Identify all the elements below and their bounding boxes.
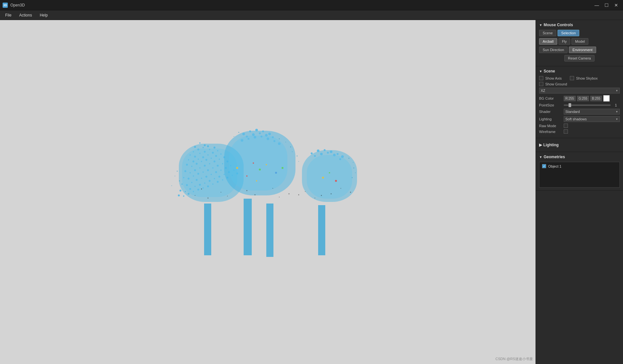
navigation-mode-row: Arcball Fly Model: [539, 38, 620, 45]
viewport[interactable]: CSDN @RS迷途小书童: [0, 20, 536, 364]
shader-row: Shader Standard ▼: [539, 109, 620, 115]
geometries-list: ✓ Object 1: [539, 162, 620, 188]
lighting-select[interactable]: Soft shadows ▼: [564, 116, 620, 122]
shader-value: Standard: [565, 110, 580, 114]
scene-label: Scene: [544, 69, 555, 73]
svg-point-95: [265, 134, 268, 137]
sun-direction-button[interactable]: Sun Direction: [539, 47, 568, 53]
svg-rect-120: [318, 205, 325, 255]
geometries-label: Geometries: [544, 155, 565, 159]
svg-point-154: [305, 191, 306, 192]
scene-button[interactable]: Scene: [539, 30, 556, 36]
wireframe-label: Wireframe: [539, 130, 562, 134]
svg-point-164: [315, 198, 315, 198]
svg-point-132: [298, 161, 299, 162]
svg-point-145: [256, 180, 257, 182]
svg-rect-117: [204, 204, 211, 255]
bg-g-value[interactable]: G:255: [577, 96, 589, 101]
lighting-value: Soft shadows: [565, 117, 587, 121]
lighting-row: Lighting Soft shadows ▼: [539, 116, 620, 122]
show-skybox-checkbox[interactable]: [570, 76, 574, 80]
svg-point-136: [355, 172, 356, 173]
bg-color-controls: R:255 G:255 B:255: [564, 95, 610, 102]
menu-help[interactable]: Help: [36, 12, 52, 19]
mouse-controls-label: Mouse Controls: [544, 23, 573, 27]
menu-actions[interactable]: Actions: [15, 12, 36, 19]
lighting-header[interactable]: ▶ Lighting: [539, 141, 620, 149]
svg-point-150: [221, 192, 221, 193]
svg-point-122: [175, 176, 175, 176]
svg-point-103: [278, 142, 281, 145]
reset-camera-button[interactable]: Reset Camera: [564, 55, 594, 61]
fly-button[interactable]: Fly: [559, 38, 571, 45]
svg-point-113: [320, 153, 323, 155]
arcball-button[interactable]: Arcball: [539, 38, 557, 45]
raw-mode-checkbox[interactable]: [564, 124, 568, 128]
svg-point-148: [335, 180, 337, 182]
svg-point-71: [183, 195, 184, 197]
svg-point-99: [254, 136, 256, 138]
svg-point-112: [314, 155, 316, 157]
svg-point-90: [262, 130, 264, 132]
menu-file[interactable]: File: [1, 12, 15, 19]
svg-point-128: [285, 142, 286, 142]
bg-b-value[interactable]: B:255: [590, 96, 602, 101]
pointsize-value: 1: [612, 103, 620, 107]
svg-point-109: [330, 150, 332, 153]
svg-point-152: [272, 188, 273, 189]
svg-rect-119: [266, 204, 273, 257]
pointsize-row: PointSize 1: [539, 103, 620, 107]
svg-point-135: [353, 167, 354, 168]
svg-point-155: [321, 195, 322, 196]
svg-point-151: [246, 190, 247, 191]
show-ground-checkbox[interactable]: [539, 82, 543, 86]
ground-plane-select[interactable]: XZ ▼: [539, 88, 620, 94]
close-button[interactable]: ✕: [612, 2, 620, 8]
main-content: CSDN @RS迷途小书童 ▼ Mouse Controls Scene Sel…: [0, 20, 623, 364]
environment-button[interactable]: Environment: [569, 47, 596, 53]
svg-point-116: [339, 158, 341, 160]
svg-point-146: [322, 177, 324, 179]
maximize-button[interactable]: ☐: [602, 2, 611, 8]
svg-point-163: [298, 194, 299, 195]
show-axis-skybox-row: Show Axis Show Skybox: [539, 76, 620, 80]
pointsize-thumb[interactable]: [569, 103, 571, 107]
lighting-expand-icon: ▶: [539, 143, 542, 147]
svg-point-126: [234, 136, 234, 137]
geometries-header[interactable]: ▼ Geometries: [539, 155, 620, 159]
list-item[interactable]: ✓ Object 1: [541, 163, 618, 169]
svg-point-111: [341, 155, 344, 158]
svg-point-158: [195, 195, 195, 196]
show-skybox-label: Show Skybox: [576, 76, 599, 80]
svg-point-100: [260, 136, 262, 138]
show-axis-checkbox[interactable]: [539, 76, 543, 80]
svg-point-106: [311, 152, 313, 154]
shader-select[interactable]: Standard ▼: [564, 109, 620, 115]
mouse-controls-header[interactable]: ▼ Mouse Controls: [539, 23, 620, 27]
bg-r-value[interactable]: R:255: [564, 96, 576, 101]
ground-plane-value: XZ: [541, 89, 545, 93]
svg-point-157: [350, 192, 351, 193]
show-axis-label: Show Axis: [545, 76, 568, 80]
selection-button[interactable]: Selection: [558, 30, 579, 36]
svg-point-121: [177, 171, 178, 171]
scene-header[interactable]: ▼ Scene: [539, 69, 620, 73]
model-button[interactable]: Model: [571, 38, 588, 45]
lighting-label: Lighting: [539, 117, 562, 121]
wireframe-checkbox[interactable]: [564, 129, 568, 134]
svg-point-138: [236, 167, 238, 169]
svg-point-165: [330, 193, 331, 194]
object1-checkbox[interactable]: ✓: [542, 164, 546, 168]
svg-point-129: [290, 146, 291, 147]
bg-color-label: BG Color: [539, 96, 562, 100]
ground-plane-row: XZ ▼: [539, 88, 620, 94]
app-icon: 3D: [3, 3, 8, 8]
minimize-button[interactable]: —: [593, 2, 601, 8]
geometries-collapse-icon: ▼: [539, 155, 542, 159]
scene-section: ▼ Scene Show Axis Show Skybox Show Groun…: [536, 66, 623, 138]
menubar: File Actions Help: [0, 10, 623, 20]
bg-color-chip[interactable]: [603, 95, 610, 102]
svg-point-127: [279, 138, 280, 139]
pointsize-slider[interactable]: [564, 105, 611, 106]
shader-arrow-icon: ▼: [616, 110, 618, 113]
